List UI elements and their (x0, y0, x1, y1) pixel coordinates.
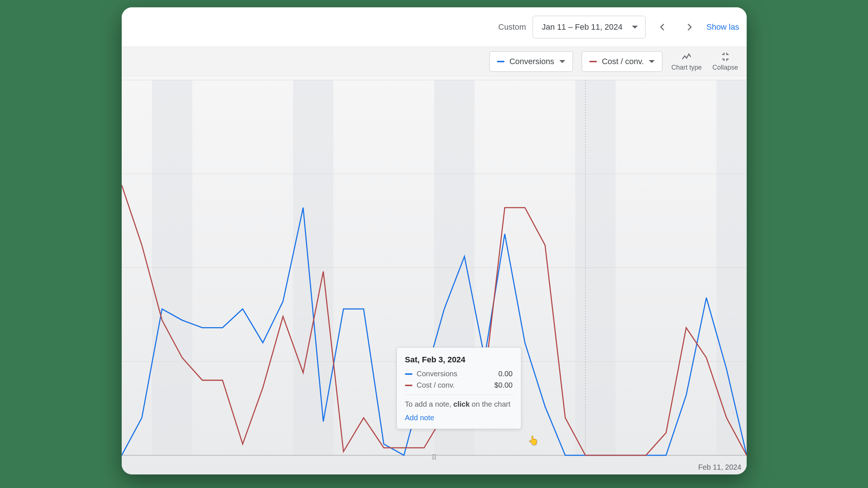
tooltip-date: Sat, Feb 3, 2024 (405, 355, 513, 365)
metric-selector-1[interactable]: Conversions (489, 51, 573, 72)
add-note-link[interactable]: Add note (405, 414, 513, 422)
tooltip-label: Cost / conv. (417, 381, 490, 389)
date-range-mode-label: Custom (498, 22, 526, 32)
metric-label: Conversions (510, 57, 554, 66)
caret-down-icon (649, 60, 655, 63)
show-last-link[interactable]: Show las (706, 22, 739, 32)
tooltip-row-conversions: Conversions 0.00 (405, 370, 513, 378)
tooltip-note: To add a note, click on the chart (405, 395, 513, 408)
tool-label: Collapse (712, 64, 738, 71)
chart-toolbar: Conversions Cost / conv. Chart type Coll… (122, 47, 747, 76)
app-window: Custom Jan 11 – Feb 11, 2024 Show las Co… (122, 7, 747, 474)
chevron-left-icon (658, 22, 667, 32)
caret-down-icon (632, 26, 638, 29)
metric-swatch-red (589, 61, 597, 62)
chevron-right-icon (685, 22, 694, 32)
tooltip-value: $0.00 (494, 381, 512, 389)
tooltip-row-cost: Cost / conv. $0.00 (405, 381, 513, 389)
chart-tooltip: Sat, Feb 3, 2024 Conversions 0.00 Cost /… (397, 347, 521, 429)
metric-swatch-blue (497, 61, 504, 62)
tool-label: Chart type (671, 64, 702, 71)
tooltip-label: Conversions (417, 370, 494, 378)
topbar: Custom Jan 11 – Feb 11, 2024 Show las (122, 7, 747, 47)
date-range-text: Jan 11 – Feb 11, 2024 (542, 22, 622, 32)
x-axis-end-label: Feb 11, 2024 (698, 463, 742, 472)
chart-area[interactable]: Sat, Feb 3, 2024 Conversions 0.00 Cost /… (122, 76, 747, 474)
collapse-button[interactable]: Collapse (711, 51, 740, 71)
cursor-icon: 👆 (528, 435, 539, 446)
metric-label: Cost / conv. (602, 57, 644, 66)
collapse-icon (720, 51, 731, 62)
metric-swatch-blue (405, 373, 412, 375)
next-period-button[interactable] (679, 17, 700, 37)
date-range-picker[interactable]: Jan 11 – Feb 11, 2024 (533, 16, 646, 38)
tooltip-value: 0.00 (499, 370, 513, 378)
prev-period-button[interactable] (652, 17, 673, 37)
line-chart-icon (681, 51, 692, 62)
metric-selector-2[interactable]: Cost / conv. (582, 51, 663, 72)
chart-type-button[interactable]: Chart type (671, 51, 702, 71)
metric-swatch-red (405, 385, 412, 386)
caret-down-icon (559, 60, 565, 63)
share-icon[interactable]: ⠿ (431, 453, 437, 462)
